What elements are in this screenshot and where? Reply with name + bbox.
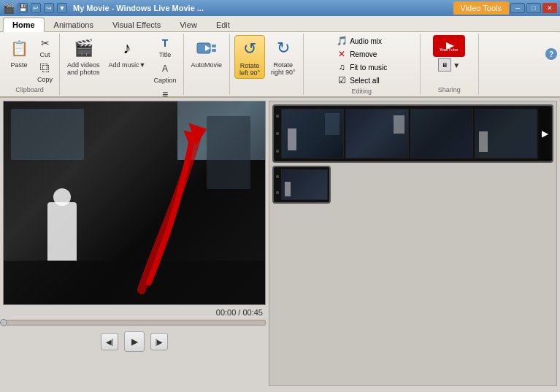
maximize-button[interactable]: □ <box>526 3 541 13</box>
film-hole-dot-s <box>276 191 279 194</box>
title-label: Title <box>159 51 172 58</box>
automovie-label: AutoMovie <box>191 61 223 69</box>
cut-button[interactable]: ✂ Cut <box>35 35 55 59</box>
quick-redo-btn[interactable]: ↪ <box>44 3 54 13</box>
rotate-right-button[interactable]: ↻ Rotate right 90° <box>268 35 299 77</box>
svg-rect-2 <box>212 45 216 47</box>
automovie-button[interactable]: AutoMovie <box>188 35 226 70</box>
title-bar: 🎬 💾 ↩ ↪ ▼ My Movie - Windows Live Movie … <box>0 0 560 16</box>
copy-button[interactable]: ⿻ Copy <box>35 60 55 84</box>
quick-save-btn[interactable]: 💾 <box>18 3 28 13</box>
caption-button[interactable]: A Caption <box>152 61 179 85</box>
film-frame-1[interactable] <box>281 109 344 158</box>
scene-figure-body <box>47 202 77 261</box>
audio-mix-label: Audio mix <box>350 37 382 45</box>
tab-view[interactable]: View <box>170 18 207 31</box>
transport-controls: ◀| ▶ |▶ <box>3 328 266 355</box>
paste-button[interactable]: 📋 Paste <box>4 35 34 70</box>
tab-visual-effects[interactable]: Visual Effects <box>103 18 170 31</box>
tab-animations[interactable]: Animations <box>45 18 103 31</box>
caption-icon: A <box>158 61 172 76</box>
add-group: 🎬 Add videos and photos ♪ Add music▼ T T… <box>60 34 184 95</box>
svg-text:Tube: Tube <box>448 47 459 52</box>
title-bar-right: Video Tools ─ □ ✕ <box>453 1 557 15</box>
film-frame-2[interactable] <box>345 109 408 158</box>
storyboard-area: ▶ <box>269 101 557 386</box>
scene-shelf <box>11 109 84 160</box>
quick-undo-btn[interactable]: ↩ <box>31 3 41 13</box>
copy-label: Copy <box>37 76 53 83</box>
paste-label: Paste <box>10 61 27 69</box>
add-videos-button[interactable]: 🎬 Add videos and photos <box>64 35 103 77</box>
title-button[interactable]: T Title <box>152 35 179 59</box>
automovie-group: AutoMovie <box>184 34 231 95</box>
title-bar-left: 🎬 💾 ↩ ↪ ▼ My Movie - Windows Live Movie … <box>3 3 204 14</box>
film-frame-small-1[interactable] <box>281 169 328 200</box>
prev-frame-button[interactable]: ◀| <box>101 333 118 350</box>
select-all-icon: ☑ <box>336 75 348 85</box>
copy-icon: ⿻ <box>38 61 53 75</box>
film-hole-dot <box>276 132 279 135</box>
scene-floor <box>4 261 265 304</box>
sharing-label: Sharing <box>438 85 461 93</box>
film-hole-dot <box>276 150 279 153</box>
youtube-button[interactable]: You Tube <box>433 35 465 57</box>
progress-bar[interactable] <box>3 320 266 326</box>
paste-icon: 📋 <box>7 36 31 60</box>
tab-edit[interactable]: Edit <box>207 18 239 31</box>
minimize-button[interactable]: ─ <box>510 3 525 13</box>
share-expand-btn[interactable]: ▼ <box>453 61 460 69</box>
rotate-right-icon: ↻ <box>272 36 295 60</box>
film-strip-small <box>272 166 331 204</box>
add-videos-icon: 🎬 <box>72 36 95 60</box>
quick-dropdown-btn[interactable]: ▼ <box>57 3 67 13</box>
select-all-button[interactable]: ☑ Select all <box>334 74 389 86</box>
rotate-left-button[interactable]: ↺ Rotate left 90° <box>234 35 265 79</box>
cut-label: Cut <box>40 51 50 58</box>
video-preview[interactable] <box>3 101 266 305</box>
film-hole-dot <box>276 115 279 118</box>
audio-mix-icon: 🎵 <box>336 36 348 46</box>
film-holes-left <box>275 107 280 160</box>
cut-copy-col: ✂ Cut ⿻ Copy <box>35 35 55 84</box>
editing-label: Editing <box>351 86 372 95</box>
window-title: My Movie - Windows Live Movie ... <box>73 4 204 12</box>
editing-row: 🎵 Audio mix ✕ Remove ♫ Fit to music ☑ Se… <box>334 35 389 86</box>
clipboard-label: Clipboard <box>15 85 44 93</box>
next-frame-button[interactable]: |▶ <box>150 333 168 350</box>
film-frame-3[interactable] <box>410 109 473 158</box>
title-icon: T <box>158 36 172 50</box>
clipboard-group-content: 📋 Paste ✂ Cut ⿻ Copy <box>4 35 55 85</box>
film-strip-next-btn[interactable]: ▶ <box>539 107 551 160</box>
help-button[interactable]: ? <box>545 48 557 60</box>
remove-icon: ✕ <box>336 49 348 59</box>
automovie-icon <box>195 36 218 60</box>
automovie-content: AutoMovie <box>188 35 226 85</box>
automovie-group-label <box>206 85 208 93</box>
scene-machine <box>207 116 250 189</box>
rotate-left-icon: ↺ <box>238 37 261 61</box>
audio-mix-button[interactable]: 🎵 Audio mix <box>334 35 389 47</box>
clipboard-group: 📋 Paste ✂ Cut ⿻ Copy Clipboard <box>0 34 60 95</box>
caption-label: Caption <box>154 77 177 84</box>
main-area: 00:00 / 00:45 ◀| ▶ |▶ <box>0 98 560 389</box>
remove-label: Remove <box>350 50 377 58</box>
close-button[interactable]: ✕ <box>542 3 557 13</box>
play-button[interactable]: ▶ <box>124 331 145 352</box>
small-strip-row <box>272 166 553 204</box>
progress-handle[interactable] <box>0 319 7 326</box>
ribbon-tabs: Home Animations Visual Effects View Edit… <box>0 16 560 32</box>
video-tools-ribbon-tab[interactable]: Video Tools <box>453 1 509 15</box>
time-display: 00:00 / 00:45 <box>3 308 266 317</box>
cut-icon: ✂ <box>38 36 53 50</box>
svg-rect-3 <box>212 49 216 52</box>
rotate-group-label <box>266 85 268 93</box>
rotate-content: ↺ Rotate left 90° ↻ Rotate right 90° <box>234 35 299 85</box>
fit-to-music-button[interactable]: ♫ Fit to music <box>334 61 389 73</box>
add-music-button[interactable]: ♪ Add music▼ <box>106 35 149 70</box>
add-music-label: Add music▼ <box>109 61 146 69</box>
fit-to-music-icon: ♫ <box>336 62 348 72</box>
film-frame-4[interactable] <box>475 109 537 158</box>
tab-home[interactable]: Home <box>3 18 45 32</box>
remove-button[interactable]: ✕ Remove <box>334 48 389 60</box>
